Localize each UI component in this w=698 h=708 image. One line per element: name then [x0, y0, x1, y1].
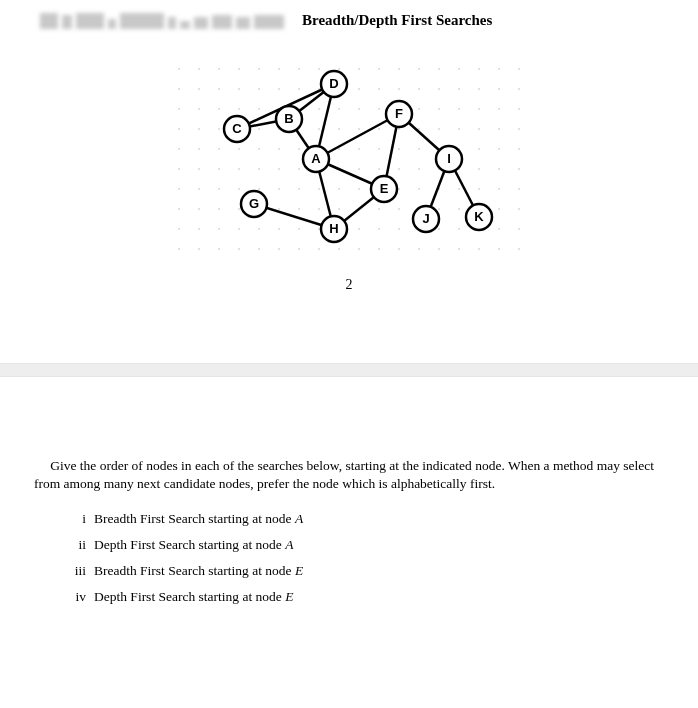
svg-point-22 [218, 108, 220, 110]
question-list: iBreadth First Search starting at node A… [34, 511, 664, 605]
svg-point-110 [398, 68, 400, 70]
graph-node-label: B [284, 111, 293, 126]
svg-point-25 [218, 168, 220, 170]
svg-point-45 [258, 168, 260, 170]
svg-point-179 [518, 248, 520, 250]
svg-point-173 [518, 128, 520, 130]
svg-point-84 [338, 148, 340, 150]
svg-point-37 [238, 208, 240, 210]
svg-point-90 [358, 68, 360, 70]
node-variable: E [285, 589, 293, 604]
roman-numeral: ii [62, 537, 86, 553]
svg-point-126 [418, 188, 420, 190]
redacted-block [40, 13, 284, 29]
svg-point-138 [438, 228, 440, 230]
question-text: Depth First Search starting at node [94, 589, 285, 604]
svg-point-73 [318, 128, 320, 130]
svg-point-67 [298, 208, 300, 210]
svg-point-132 [438, 108, 440, 110]
svg-point-161 [498, 88, 500, 90]
svg-point-169 [498, 248, 500, 250]
svg-point-46 [258, 188, 260, 190]
graph-node-label: A [311, 151, 321, 166]
svg-point-125 [418, 168, 420, 170]
svg-point-117 [398, 208, 400, 210]
svg-point-44 [258, 148, 260, 150]
svg-point-7 [178, 208, 180, 210]
svg-point-148 [458, 228, 460, 230]
svg-point-28 [218, 228, 220, 230]
question-text: Depth First Search starting at node [94, 537, 285, 552]
svg-point-89 [338, 248, 340, 250]
page-number: 2 [0, 277, 698, 293]
graph-node-label: K [474, 209, 484, 224]
svg-point-48 [258, 228, 260, 230]
svg-point-51 [278, 88, 280, 90]
svg-point-21 [218, 88, 220, 90]
node-variable: A [295, 511, 303, 526]
svg-point-49 [258, 248, 260, 250]
svg-point-116 [398, 188, 400, 190]
graph-node-label: E [380, 181, 389, 196]
svg-point-8 [178, 228, 180, 230]
section-divider [0, 363, 698, 377]
svg-point-60 [298, 68, 300, 70]
svg-point-16 [198, 188, 200, 190]
svg-point-87 [338, 208, 340, 210]
svg-point-174 [518, 148, 520, 150]
svg-point-119 [398, 248, 400, 250]
svg-point-149 [458, 248, 460, 250]
svg-point-65 [298, 168, 300, 170]
svg-point-34 [238, 148, 240, 150]
content-area: Give the order of nodes in each of the s… [0, 377, 698, 605]
svg-point-172 [518, 108, 520, 110]
svg-point-141 [458, 88, 460, 90]
svg-point-59 [278, 248, 280, 250]
svg-point-26 [218, 188, 220, 190]
svg-point-72 [318, 108, 320, 110]
svg-point-96 [358, 188, 360, 190]
svg-point-109 [378, 248, 380, 250]
svg-point-77 [318, 208, 320, 210]
svg-point-68 [298, 228, 300, 230]
svg-point-167 [498, 208, 500, 210]
svg-point-156 [478, 188, 480, 190]
svg-point-100 [378, 68, 380, 70]
svg-point-92 [358, 108, 360, 110]
svg-point-146 [458, 188, 460, 190]
svg-point-113 [398, 128, 400, 130]
svg-point-3 [178, 128, 180, 130]
svg-point-165 [498, 168, 500, 170]
svg-point-30 [238, 68, 240, 70]
roman-numeral: iv [62, 589, 86, 605]
svg-point-86 [338, 188, 340, 190]
svg-point-168 [498, 228, 500, 230]
svg-point-143 [458, 128, 460, 130]
svg-point-11 [198, 88, 200, 90]
svg-point-121 [418, 88, 420, 90]
page-title: Breadth/Depth First Searches [302, 12, 492, 29]
svg-point-32 [238, 108, 240, 110]
graph-node-label: J [422, 211, 429, 226]
svg-point-102 [378, 108, 380, 110]
svg-point-58 [278, 228, 280, 230]
svg-point-147 [458, 208, 460, 210]
svg-point-40 [258, 68, 260, 70]
svg-point-177 [518, 208, 520, 210]
svg-point-142 [458, 108, 460, 110]
svg-point-163 [498, 128, 500, 130]
svg-point-61 [298, 88, 300, 90]
svg-point-133 [438, 128, 440, 130]
svg-point-101 [378, 88, 380, 90]
node-variable: E [295, 563, 303, 578]
svg-point-15 [198, 168, 200, 170]
svg-point-114 [398, 148, 400, 150]
svg-point-99 [358, 248, 360, 250]
svg-point-42 [258, 108, 260, 110]
svg-point-80 [338, 68, 340, 70]
svg-point-57 [278, 208, 280, 210]
svg-point-38 [238, 228, 240, 230]
svg-point-39 [238, 248, 240, 250]
svg-point-27 [218, 208, 220, 210]
svg-point-94 [358, 148, 360, 150]
